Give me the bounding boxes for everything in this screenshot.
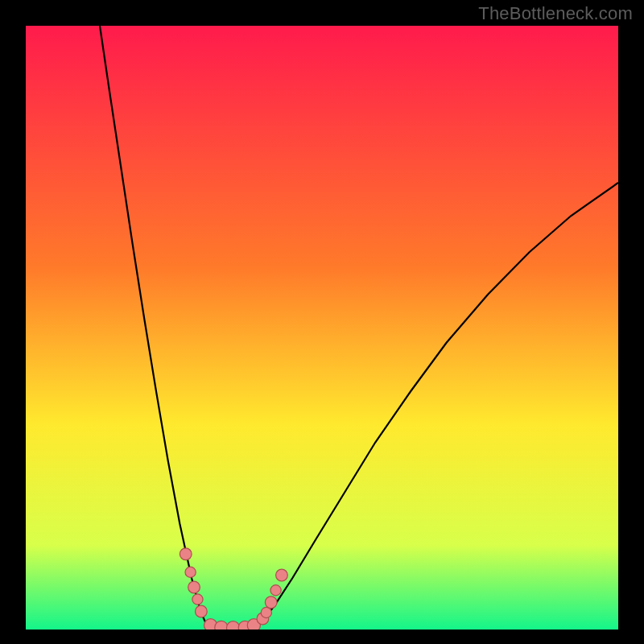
data-dot (227, 621, 240, 630)
data-dot (192, 594, 203, 605)
data-dot (276, 569, 288, 581)
data-dot (180, 548, 192, 560)
data-dot (261, 607, 271, 617)
data-dot (215, 621, 228, 630)
data-dot (188, 581, 200, 593)
watermark-text: TheBottleneck.com (478, 3, 633, 24)
data-dot (196, 605, 208, 617)
data-dot (265, 597, 277, 609)
gradient-background (26, 26, 618, 630)
chart-frame: TheBottleneck.com (0, 0, 644, 644)
chart-svg (26, 26, 618, 630)
data-dot (270, 585, 281, 596)
data-dot (185, 567, 196, 577)
chart-plot-area (26, 26, 618, 630)
